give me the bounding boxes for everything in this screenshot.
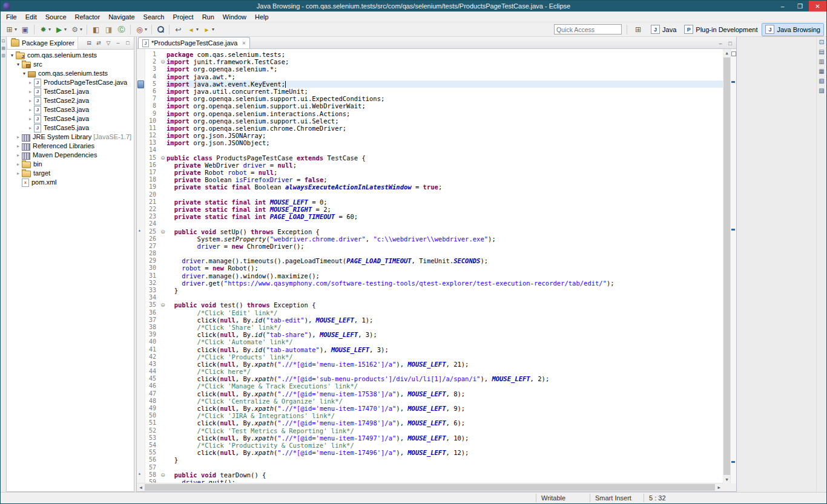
menu-run[interactable]: Run xyxy=(198,13,219,21)
minimized-view-2-icon[interactable]: ▥ xyxy=(819,58,824,65)
external-tools-button[interactable]: ⚙▾ xyxy=(68,23,84,36)
fold-collapse-icon[interactable]: ⊖ xyxy=(159,301,166,309)
code-line-39[interactable]: 39 click(null, By.id("tab-share"), MOUSE… xyxy=(145,331,723,338)
tree-item-jre-system-library[interactable]: ▸JRE System Library [JavaSE-1.7] xyxy=(7,133,134,142)
view-menu-button[interactable]: ▽ xyxy=(104,38,113,48)
left-restore-trim-icon[interactable]: ⊡ xyxy=(2,39,5,44)
tree-item-testcase3.java[interactable]: ▸JTestCase3.java xyxy=(7,105,134,114)
code-line-11[interactable]: 11import org.openqa.selenium.chrome.Chro… xyxy=(145,125,723,132)
fold-collapse-icon[interactable]: ⊖ xyxy=(159,154,166,162)
save-button[interactable]: ▣ xyxy=(19,23,31,36)
tree-item-testcase4.java[interactable]: ▸JTestCase4.java xyxy=(7,114,134,123)
tree-item-com.qas.selenium.tests[interactable]: ▾com.qas.selenium.tests xyxy=(7,51,134,60)
fold-collapse-icon[interactable]: ⊖ xyxy=(159,471,166,479)
tree-expanded-arrow-icon[interactable]: ▾ xyxy=(21,69,27,78)
menu-edit[interactable]: Edit xyxy=(21,13,41,21)
maximize-window-button[interactable]: ❐ xyxy=(791,1,809,11)
code-line-23[interactable]: 23 private static final int PAGE_LOAD_TI… xyxy=(145,213,723,220)
menu-project[interactable]: Project xyxy=(168,13,197,21)
tree-item-testcase1.java[interactable]: ▸JTestCase1.java xyxy=(7,87,134,96)
code-line-16[interactable]: 16 private WebDriver driver = null; xyxy=(145,162,723,169)
tree-item-src[interactable]: ▾src xyxy=(7,60,134,69)
code-line-44[interactable]: 44 /*Click here*/ xyxy=(145,368,723,375)
minimize-window-button[interactable]: – xyxy=(774,1,791,11)
run-button[interactable]: ▶▾ xyxy=(53,23,68,36)
overview-mark[interactable] xyxy=(731,81,735,83)
code-line-37[interactable]: 37 click(null, By.id("tab-edit"), MOUSE_… xyxy=(145,316,723,324)
tree-collapsed-arrow-icon[interactable]: ▸ xyxy=(15,160,21,169)
code-line-26[interactable]: 26 System.setProperty("webdriver.chrome.… xyxy=(145,235,723,243)
tree-item-referenced-libraries[interactable]: ▸Referenced Libraries xyxy=(7,142,134,151)
tree-collapsed-arrow-icon[interactable]: ▸ xyxy=(15,133,21,142)
new-class-button[interactable]: Ⓒ xyxy=(115,23,128,36)
code-line-4[interactable]: 4import java.awt.*; xyxy=(145,73,723,80)
open-perspective-button[interactable]: ⊞ xyxy=(632,24,644,36)
last-edit-location-button[interactable]: ↩ xyxy=(172,23,185,36)
code-line-46[interactable]: 46 /*Click 'Manage & Track Executions' l… xyxy=(145,382,723,390)
code-line-12[interactable]: 12import org.json.JSONArray; xyxy=(145,132,723,139)
debug-button[interactable]: ✸▾ xyxy=(37,23,53,36)
left-minimized-view-2-icon[interactable]: ▥ xyxy=(1,53,5,58)
code-line-29[interactable]: 29 driver.manage().timeouts().pageLoadTi… xyxy=(145,257,723,264)
tree-collapsed-arrow-icon[interactable]: ▸ xyxy=(27,87,33,96)
menu-source[interactable]: Source xyxy=(41,13,71,21)
quick-access-input[interactable] xyxy=(554,24,622,34)
code-line-21[interactable]: 21 private static final int MOUSE_LEFT =… xyxy=(145,198,723,206)
code-line-36[interactable]: 36 /*Click 'Edit' link*/ xyxy=(145,309,723,316)
tree-expanded-arrow-icon[interactable]: ▾ xyxy=(15,60,21,69)
maximize-editor-button[interactable]: □ xyxy=(725,39,735,48)
tree-item-maven-dependencies[interactable]: ▸Maven Dependencies xyxy=(7,151,134,160)
minimized-view-3-icon[interactable]: ▦ xyxy=(819,68,824,75)
code-line-41[interactable]: 41 click(null, By.id("tab-automate"), MO… xyxy=(145,346,723,353)
change-marker[interactable]: ▴ xyxy=(138,228,141,233)
coverage-button[interactable]: ◎▾ xyxy=(133,23,149,36)
tree-collapsed-arrow-icon[interactable]: ▸ xyxy=(27,114,33,123)
code-line-54[interactable]: 54 /*Click 'Productivity & Customize' li… xyxy=(145,442,723,449)
code-line-3[interactable]: 3import org.openqa.selenium.*; xyxy=(145,65,723,73)
overview-mark[interactable] xyxy=(731,51,736,56)
code-line-10[interactable]: 10import org.openqa.selenium.support.ui.… xyxy=(145,117,723,125)
menu-window[interactable]: Window xyxy=(219,13,251,21)
tree-collapsed-arrow-icon[interactable]: ▸ xyxy=(15,151,21,160)
code-line-55[interactable]: 55 click(null, By.xpath(".//*[@id='menu-… xyxy=(145,449,723,456)
perspective-java-button[interactable]: JJava xyxy=(647,23,680,36)
close-window-button[interactable]: ✕ xyxy=(809,1,826,11)
code-area[interactable]: 1package com.qas.selenium.tests;2⊖import… xyxy=(145,49,723,483)
code-line-28[interactable]: 28 xyxy=(145,250,723,257)
code-line-34[interactable]: 34 xyxy=(145,294,723,301)
new-wizard-button[interactable]: ⊞▾ xyxy=(3,23,19,36)
code-line-58[interactable]: 58⊖ public void tearDown() { xyxy=(145,471,723,479)
editor-tab-productspagetestcase[interactable]: J *ProductsPageTestCase.java ✕ xyxy=(138,37,250,48)
code-line-47[interactable]: 47 click(null, By.xpath(".//*[@id='menu-… xyxy=(145,390,723,398)
code-line-7[interactable]: 7import org.openqa.selenium.support.ui.E… xyxy=(145,95,723,102)
code-line-18[interactable]: 18 private Boolean isFirefoxDriver = fal… xyxy=(145,176,723,183)
code-line-32[interactable]: 32 driver.get("https://www.qasymphony.co… xyxy=(145,280,723,287)
menu-search[interactable]: Search xyxy=(139,13,169,21)
minimize-editor-button[interactable]: – xyxy=(716,39,725,48)
code-line-27[interactable]: 27 driver = new ChromeDriver(); xyxy=(145,243,723,250)
link-with-editor-button[interactable]: ⇄ xyxy=(94,38,104,48)
tree-item-target[interactable]: ▸target xyxy=(7,169,134,178)
tree-collapsed-arrow-icon[interactable]: ▸ xyxy=(27,96,33,105)
right-restore-trim-icon[interactable]: ⊡ xyxy=(819,39,824,46)
fold-collapse-icon[interactable]: ⊖ xyxy=(159,58,166,65)
scroll-right-icon[interactable]: ▶ xyxy=(715,483,723,491)
code-line-43[interactable]: 43 click(null, By.xpath(".//*[@id='menu-… xyxy=(145,361,723,368)
code-line-52[interactable]: 52 /*Click 'Test Metrics & Reporting' li… xyxy=(145,427,723,434)
code-line-14[interactable]: 14 xyxy=(145,146,723,154)
tree-item-testcase5.java[interactable]: ▸JTestCase5.java xyxy=(7,123,134,133)
minimized-view-1-icon[interactable]: ▤ xyxy=(819,48,824,56)
fold-collapse-icon[interactable]: ⊖ xyxy=(159,228,166,235)
scroll-left-icon[interactable]: ◀ xyxy=(137,483,145,491)
tree-collapsed-arrow-icon[interactable]: ▸ xyxy=(27,105,33,114)
code-line-25[interactable]: 25⊖ public void setUp() throws Exception… xyxy=(145,228,723,235)
code-line-35[interactable]: 35⊖ public void test() throws Exception … xyxy=(145,301,723,309)
perspective-plug-in-development-button[interactable]: PPlug-in Development xyxy=(680,23,761,36)
code-line-24[interactable]: 24 xyxy=(145,220,723,227)
code-line-51[interactable]: 51 click(null, By.xpath(".//*[@id='menu-… xyxy=(145,419,723,427)
code-line-30[interactable]: 30 robot = new Robot(); xyxy=(145,264,723,272)
back-button[interactable]: ◂▾ xyxy=(185,23,200,36)
annotation-ruler[interactable]: ▴▴ xyxy=(137,49,145,483)
code-line-31[interactable]: 31 driver.manage().window().maximize(); xyxy=(145,272,723,280)
overview-mark[interactable] xyxy=(731,229,735,231)
